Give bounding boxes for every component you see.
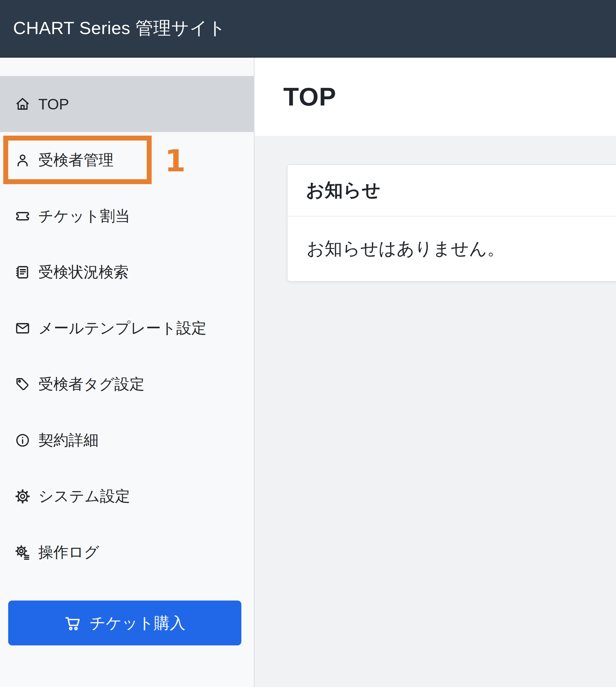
- page-title: TOP: [283, 82, 336, 112]
- notice-card-header: お知らせ: [288, 165, 616, 217]
- gear-icon: [15, 489, 30, 504]
- main-content: TOP お知らせ お知らせはありません。: [255, 58, 616, 687]
- sidebar: TOP 受検者管理 チケット割当: [0, 58, 255, 687]
- sidebar-item-contract-details[interactable]: 契約詳細: [0, 412, 254, 468]
- sidebar-nav: TOP 受検者管理 チケット割当: [0, 58, 254, 580]
- notice-card-title: お知らせ: [306, 178, 380, 203]
- sidebar-item-exam-status-search[interactable]: 受検状況検索: [0, 244, 254, 300]
- sidebar-item-label: 操作ログ: [38, 542, 99, 562]
- sidebar-item-mail-template-settings[interactable]: メールテンプレート設定: [0, 300, 254, 356]
- sidebar-item-label: 受検状況検索: [38, 262, 129, 282]
- gear-list-icon: [15, 544, 30, 560]
- person-icon: [15, 152, 30, 168]
- cart-icon: [64, 615, 81, 632]
- sidebar-item-top[interactable]: TOP: [0, 76, 254, 132]
- notice-empty-message: お知らせはありません。: [307, 237, 505, 261]
- info-circle-icon: [15, 432, 30, 448]
- home-icon: [15, 96, 30, 112]
- sidebar-item-ticket-assignment[interactable]: チケット割当: [0, 188, 254, 244]
- page-title-bar: TOP: [255, 58, 616, 136]
- ticket-purchase-button[interactable]: チケット購入: [8, 601, 241, 645]
- sidebar-item-examinee-tag-settings[interactable]: 受検者タグ設定: [0, 356, 254, 412]
- sidebar-item-label: チケット割当: [38, 206, 130, 227]
- app-header: CHART Series 管理サイト: [0, 0, 616, 58]
- sidebar-item-examinee-management[interactable]: 受検者管理: [0, 132, 254, 188]
- sidebar-item-label: メールテンプレート設定: [38, 318, 207, 339]
- tag-icon: [15, 377, 30, 392]
- envelope-icon: [15, 320, 30, 336]
- ticket-icon: [15, 208, 30, 224]
- sidebar-item-label: TOP: [38, 95, 69, 113]
- notice-card: お知らせ お知らせはありません。: [287, 164, 616, 282]
- annotation-number: 1: [165, 146, 186, 177]
- ticket-purchase-label: チケット購入: [90, 612, 186, 633]
- page-layout: TOP 受検者管理 チケット割当: [0, 58, 616, 687]
- sidebar-item-label: 契約詳細: [38, 430, 98, 450]
- notice-card-body: お知らせはありません。: [288, 217, 616, 281]
- sidebar-item-label: 受検者管理: [38, 150, 114, 170]
- app-title: CHART Series 管理サイト: [13, 16, 226, 40]
- journal-icon: [15, 264, 30, 280]
- sidebar-item-label: 受検者タグ設定: [38, 374, 145, 394]
- sidebar-item-system-settings[interactable]: システム設定: [0, 468, 254, 524]
- sidebar-item-operation-log[interactable]: 操作ログ: [0, 524, 254, 580]
- sidebar-item-label: システム設定: [38, 486, 130, 507]
- content-area: お知らせ お知らせはありません。: [255, 136, 616, 687]
